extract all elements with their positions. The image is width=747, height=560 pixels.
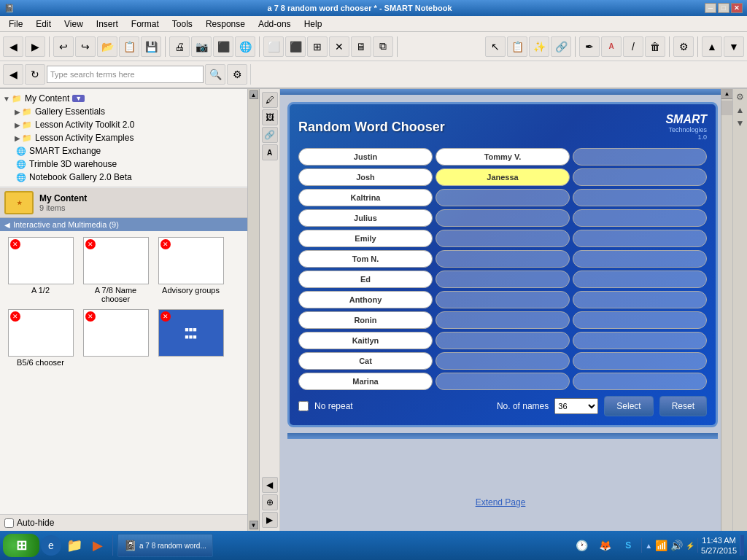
scroll-thumb[interactable] (721, 101, 732, 115)
tool-2[interactable]: 🖼 (262, 109, 278, 125)
name-anthony[interactable]: Anthony (298, 291, 433, 308)
name-marina[interactable]: Marina (298, 373, 433, 390)
taskbar-clock[interactable]: 11:43 AM 5/27/2015 (701, 535, 737, 556)
taskbar-smart-icon[interactable]: S (618, 535, 638, 556)
minimize-button[interactable]: ─ (705, 3, 716, 13)
grid-item-advisory[interactable]: ✕ Advisory groups (156, 237, 225, 303)
menu-format[interactable]: Format (125, 18, 165, 31)
table-button[interactable]: ⊞ (307, 36, 328, 57)
right-tool-3[interactable]: ▼ (736, 118, 745, 128)
name-kaitlyn[interactable]: Kaitlyn (298, 332, 433, 349)
right-tool-2[interactable]: ▲ (736, 105, 745, 115)
taskbar-explorer-icon[interactable]: 📁 (64, 535, 85, 556)
select-button[interactable]: Select (604, 396, 653, 416)
pen-button[interactable]: ✒ (579, 36, 600, 57)
taskbar-notebook-btn[interactable]: 📓 a 7 8 random word... (117, 534, 213, 557)
autohide-checkbox[interactable] (4, 518, 14, 528)
delete-badge[interactable]: ✕ (160, 239, 171, 249)
delete-badge[interactable]: ✕ (10, 239, 20, 249)
page-scroll-down[interactable]: ▼ (249, 521, 258, 529)
camera-button[interactable]: 📷 (191, 36, 212, 57)
name-julius[interactable]: Julius (298, 209, 433, 227)
name-emily[interactable]: Emily (298, 230, 433, 247)
tool-6[interactable]: ⊕ (262, 494, 278, 510)
tree-smart-exchange[interactable]: 🌐 SMART Exchange (15, 144, 244, 158)
delete-badge[interactable]: ✕ (85, 239, 96, 249)
page-scroll-up[interactable]: ▲ (249, 90, 258, 99)
no-of-names-select[interactable]: 36 (554, 398, 598, 414)
name-tommy[interactable]: Tommy V. (436, 148, 570, 166)
start-button[interactable]: ⊞ (3, 534, 39, 557)
gear-button[interactable]: ⚙ (673, 36, 694, 57)
tree-gallery-essentials[interactable]: ▶ 📁 Gallery Essentials (15, 105, 244, 118)
sidebar-forward-btn[interactable]: ↻ (25, 64, 45, 85)
close-button[interactable]: ✕ (731, 3, 743, 13)
magic-button[interactable]: ✨ (529, 36, 549, 57)
tray-volume[interactable]: 🔊 (670, 540, 683, 551)
tree-gallery-beta[interactable]: 🌐 Notebook Gallery 2.0 Beta (15, 171, 244, 184)
screen-capture-button[interactable]: ⬛ (213, 36, 233, 57)
forward-button[interactable]: ▶ (25, 36, 45, 57)
grid-item-b56[interactable]: ✕ B5/6 chooser (6, 309, 75, 367)
tree-examples[interactable]: ▶ 📁 Lesson Activity Examples (15, 131, 244, 144)
redo-button[interactable]: ↪ (75, 36, 96, 57)
copy-button[interactable]: ⬜ (263, 36, 284, 57)
scroll-up[interactable]: ▲ (721, 89, 732, 99)
globe-button[interactable]: 🌐 (235, 36, 255, 57)
extend-page-link[interactable]: Extend Page (476, 497, 526, 508)
taskbar-firefox-icon[interactable]: 🦊 (595, 535, 615, 556)
canvas-scrollbar-right[interactable]: ▲ (721, 89, 732, 531)
menu-addons[interactable]: Add-ons (252, 18, 297, 31)
show-desktop-button[interactable] (740, 535, 744, 556)
tree-trimble[interactable]: 🌐 Trimble 3D warehouse (15, 158, 244, 171)
no-repeat-checkbox[interactable] (298, 401, 309, 411)
line-button[interactable]: / (623, 36, 643, 57)
tray-network[interactable]: 📶 (655, 540, 667, 551)
tree-my-content[interactable]: ▼ 📁 My Content ▼ (3, 92, 244, 105)
search-button[interactable]: 🔍 (205, 64, 225, 85)
tree-toolkit[interactable]: ▶ 📁 Lesson Activity Toolkit 2.0 (15, 118, 244, 131)
arrow-up-button[interactable]: ▲ (702, 36, 722, 57)
taskbar-clock-icon[interactable]: 🕐 (571, 535, 592, 556)
right-tool-1[interactable]: ⚙ (736, 92, 744, 102)
grid-item-a12[interactable]: ✕ A 1/2 (6, 237, 75, 303)
menu-view[interactable]: View (58, 18, 89, 31)
app-button[interactable]: ⧉ (373, 36, 393, 57)
name-ronin[interactable]: Ronin (298, 311, 433, 329)
link-button[interactable]: 🔗 (551, 36, 571, 57)
tool-5[interactable]: ◀ (262, 477, 278, 493)
highlight-button[interactable]: A (601, 36, 622, 57)
name-kaltrina[interactable]: Kaltrina (298, 189, 433, 206)
cursor-tool[interactable]: ↖ (485, 36, 506, 57)
maximize-button[interactable]: □ (718, 3, 729, 13)
delete-badge[interactable]: ✕ (160, 311, 171, 322)
menu-file[interactable]: File (3, 18, 28, 31)
grid-item-5[interactable]: ✕ (81, 309, 150, 367)
tool-7[interactable]: ▶ (262, 512, 278, 528)
menu-tools[interactable]: Tools (166, 18, 198, 31)
paste-button[interactable]: 📋 (119, 36, 139, 57)
menu-edit[interactable]: Edit (30, 18, 57, 31)
tray-battery[interactable]: ⚡ (686, 542, 694, 550)
tray-arrows[interactable]: ▲ (645, 542, 652, 550)
delete-badge[interactable]: ✕ (85, 311, 96, 322)
save-button[interactable]: 💾 (141, 36, 161, 57)
tool-3[interactable]: 🔗 (262, 127, 278, 143)
screen-button[interactable]: 🖥 (351, 36, 371, 57)
arrow-down-button[interactable]: ▼ (724, 36, 744, 57)
undo-button[interactable]: ↩ (53, 36, 74, 57)
settings-button[interactable]: ⚙ (227, 64, 247, 85)
sidebar-back-btn[interactable]: ◀ (3, 64, 23, 85)
grid-item-a78[interactable]: ✕ A 7/8 Name chooser (81, 237, 150, 303)
name-justin[interactable]: Justin (298, 148, 433, 166)
fullscreen-button[interactable]: ⬛ (285, 36, 306, 57)
name-josh[interactable]: Josh (298, 168, 433, 186)
delete-badge[interactable]: ✕ (10, 311, 20, 322)
cancel-button[interactable]: ✕ (329, 36, 349, 57)
tool-4[interactable]: A (262, 144, 278, 160)
open-button[interactable]: 📂 (97, 36, 117, 57)
name-janessa[interactable]: Janessa (436, 168, 570, 186)
taskbar-media-icon[interactable]: ▶ (88, 535, 108, 556)
taskbar-ie-icon[interactable]: e (41, 535, 61, 556)
menu-response[interactable]: Response (200, 18, 251, 31)
